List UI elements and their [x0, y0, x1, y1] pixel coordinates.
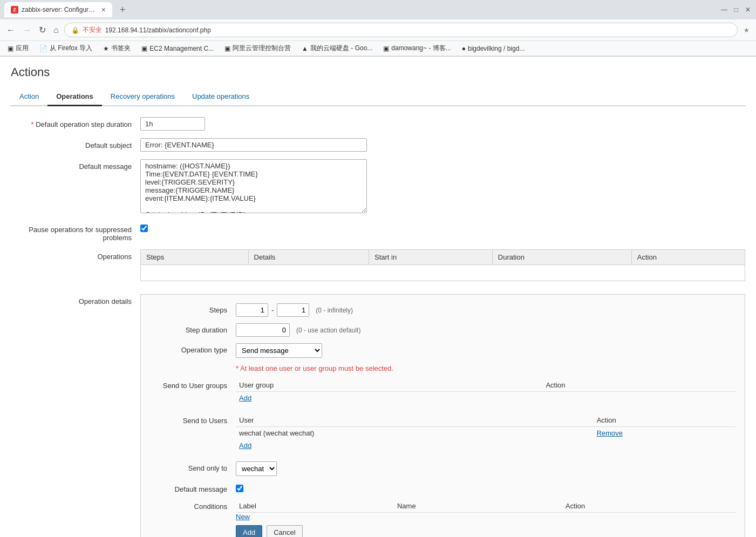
conditions-col-action: Action [562, 500, 736, 513]
send-user-groups-label: Send to User groups [149, 379, 236, 390]
conditions-new-row: New [236, 513, 736, 521]
pause-operations-checkbox[interactable] [140, 225, 148, 232]
send-users-row: Send to Users User Action [149, 414, 736, 455]
url-text: 192.168.94.11/zabbix/actionconf.php [105, 26, 211, 34]
back-button[interactable]: ← [4, 23, 17, 37]
operation-type-label: Operation type [149, 343, 236, 354]
default-subject-input[interactable] [140, 138, 367, 152]
col-action: Action [631, 250, 745, 265]
operation-type-control: Send message Remote command [236, 343, 736, 358]
steps-from-input[interactable] [236, 303, 268, 317]
conditions-new-link[interactable]: New [236, 513, 250, 521]
operation-details-label: Operation details [11, 294, 140, 305]
address-bar[interactable]: 🔒 不安全 192.168.94.11/zabbix/actionconf.ph… [64, 23, 738, 37]
toolbar-icons: ★ [741, 25, 752, 36]
page-title: Actions [11, 65, 745, 79]
forward-button[interactable]: → [21, 23, 33, 37]
tab-recovery-operations[interactable]: Recovery operations [102, 88, 183, 106]
step-duration-hint: (0 - use action default) [296, 327, 360, 334]
minimize-button[interactable]: — [720, 6, 728, 13]
step-duration-input[interactable] [140, 117, 205, 131]
user-groups-add-row: Add [236, 392, 736, 405]
default-message-check-label: Default message [149, 482, 236, 493]
bookmark-drive[interactable]: ▲ 我的云端硬盘 - Goo... [298, 43, 376, 54]
page-header: Actions Action Operations Recovery opera… [0, 57, 756, 106]
conditions-col-name: Name [394, 500, 562, 513]
page-wrapper: Actions Action Operations Recovery opera… [0, 57, 756, 537]
default-message-textarea[interactable]: hostname: ({HOST.NAME}) Time:{EVENT.DATE… [140, 159, 367, 213]
users-add-link[interactable]: Add [239, 441, 251, 450]
bookmark-star-icon[interactable]: ★ [741, 25, 752, 36]
send-users-label: Send to Users [149, 414, 236, 425]
tabs-nav: Action Operations Recovery operations Up… [11, 88, 745, 106]
tab-close-button[interactable]: × [101, 5, 106, 14]
user-action-cell: Remove [594, 427, 736, 440]
default-subject-control [140, 138, 745, 152]
operations-control: Steps Details Start in Duration Action [140, 249, 745, 287]
operation-type-detail-row: Operation type Send message Remote comma… [149, 343, 736, 358]
tab-title: zabbix-server: Configuration o... [22, 6, 98, 13]
send-only-to-select[interactable]: wechat All [236, 461, 277, 476]
operation-cancel-button[interactable]: Cancel [267, 525, 302, 537]
operations-label: Operations [11, 249, 140, 261]
new-tab-button[interactable]: + [117, 3, 129, 17]
maximize-button[interactable]: □ [732, 6, 740, 13]
col-details: Details [248, 250, 369, 265]
warning-row: * At least one user or user group must b… [149, 364, 736, 372]
table-row [141, 265, 745, 281]
user-row: wechat (wechat wechat) Remove [236, 427, 736, 440]
bookmark-aliyun[interactable]: ▣ 阿里云管理控制台营 [221, 43, 294, 54]
users-col-action: Action [594, 414, 736, 427]
operation-details-control: Steps - (0 - infinitely) [140, 294, 745, 537]
bookmarks-bar: ▣ 应用 📄 从 Firefox 导入 ★ 书签夹 ▣ EC2 Manageme… [0, 41, 756, 56]
browser-titlebar: Z zabbix-server: Configuration o... × + … [0, 0, 756, 19]
step-duration-control [140, 117, 745, 131]
users-table: User Action wechat (wechat wechat) [236, 414, 736, 452]
col-steps: Steps [141, 250, 249, 265]
default-message-checkbox[interactable] [236, 485, 243, 492]
reload-button[interactable]: ↻ [37, 23, 48, 37]
default-message-row: Default message hostname: ({HOST.NAME}) … [11, 159, 745, 215]
operations-row: Operations Steps Details Start in Durati… [11, 249, 745, 287]
col-start-in: Start in [369, 250, 493, 265]
default-subject-row: Default subject [11, 138, 745, 152]
steps-to-input[interactable] [277, 303, 309, 317]
default-subject-label: Default subject [11, 138, 140, 149]
operation-type-select[interactable]: Send message Remote command [236, 343, 322, 358]
operation-details-box: Steps - (0 - infinitely) [140, 294, 745, 537]
step-duration-detail-label: Step duration [149, 323, 236, 334]
step-duration-detail-control: (0 - use action default) [236, 323, 736, 337]
step-duration-value-input[interactable] [236, 323, 290, 337]
tab-update-operations[interactable]: Update operations [183, 88, 258, 106]
warning-text: * At least one user or user group must b… [236, 364, 393, 372]
operation-add-button[interactable]: Add [236, 525, 262, 537]
tab-operations[interactable]: Operations [47, 88, 102, 106]
browser-toolbar: ← → ↻ ⌂ 🔒 不安全 192.168.94.11/zabbix/actio… [0, 19, 756, 41]
close-window-button[interactable]: ✕ [744, 6, 752, 13]
favicon-icon: Z [11, 6, 18, 13]
step-duration-wrap: (0 - use action default) [236, 323, 736, 337]
bookmark-damo[interactable]: ▣ damowang~ - 博客... [380, 43, 454, 54]
bookmark-apps[interactable]: ▣ 应用 [4, 43, 32, 54]
send-only-to-label: Send only to [149, 461, 236, 472]
default-message-check-row: Default message [149, 482, 736, 493]
browser-tab[interactable]: Z zabbix-server: Configuration o... × [4, 2, 112, 17]
col-duration: Duration [492, 250, 631, 265]
users-col-user: User [236, 414, 594, 427]
bookmark-ec2[interactable]: ▣ EC2 Management C... [138, 44, 217, 53]
home-button[interactable]: ⌂ [51, 23, 61, 37]
pause-operations-label: Pause operations for suppressed problems [11, 222, 140, 242]
page-content: Actions Action Operations Recovery opera… [0, 57, 756, 537]
send-user-groups-row: Send to User groups User group Action [149, 379, 736, 407]
default-message-label: Default message [11, 159, 140, 171]
user-groups-add-link[interactable]: Add [239, 394, 251, 402]
tab-action[interactable]: Action [11, 88, 47, 106]
send-user-groups-control: User group Action Add [236, 379, 736, 407]
pause-operations-checkbox-wrap [140, 222, 745, 232]
bookmark-folder[interactable]: ★ 书签夹 [100, 43, 134, 54]
bookmark-github[interactable]: ● bigdevilking / bigd... [459, 44, 528, 53]
default-message-checkbox-wrap [236, 482, 736, 492]
bookmark-firefox[interactable]: 📄 从 Firefox 导入 [36, 43, 96, 54]
operation-details-row: Operation details Steps - (0 - in [11, 294, 745, 537]
user-remove-link[interactable]: Remove [597, 429, 623, 437]
